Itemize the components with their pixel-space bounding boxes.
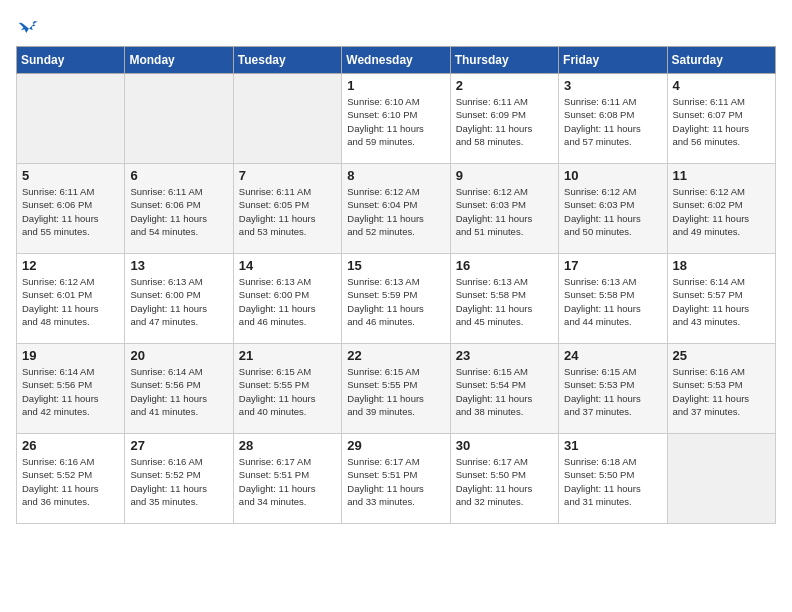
day-info: Sunrise: 6:16 AM Sunset: 5:53 PM Dayligh… <box>673 365 770 418</box>
day-number: 2 <box>456 78 553 93</box>
weekday-header-tuesday: Tuesday <box>233 47 341 74</box>
calendar-cell: 30Sunrise: 6:17 AM Sunset: 5:50 PM Dayli… <box>450 434 558 524</box>
weekday-header-friday: Friday <box>559 47 667 74</box>
day-info: Sunrise: 6:17 AM Sunset: 5:50 PM Dayligh… <box>456 455 553 508</box>
day-number: 19 <box>22 348 119 363</box>
day-number: 11 <box>673 168 770 183</box>
day-info: Sunrise: 6:16 AM Sunset: 5:52 PM Dayligh… <box>130 455 227 508</box>
week-row-4: 19Sunrise: 6:14 AM Sunset: 5:56 PM Dayli… <box>17 344 776 434</box>
day-number: 6 <box>130 168 227 183</box>
day-number: 28 <box>239 438 336 453</box>
day-info: Sunrise: 6:15 AM Sunset: 5:53 PM Dayligh… <box>564 365 661 418</box>
day-info: Sunrise: 6:11 AM Sunset: 6:06 PM Dayligh… <box>130 185 227 238</box>
day-info: Sunrise: 6:12 AM Sunset: 6:01 PM Dayligh… <box>22 275 119 328</box>
calendar-cell: 15Sunrise: 6:13 AM Sunset: 5:59 PM Dayli… <box>342 254 450 344</box>
day-number: 12 <box>22 258 119 273</box>
calendar-cell: 1Sunrise: 6:10 AM Sunset: 6:10 PM Daylig… <box>342 74 450 164</box>
day-info: Sunrise: 6:10 AM Sunset: 6:10 PM Dayligh… <box>347 95 444 148</box>
day-number: 9 <box>456 168 553 183</box>
day-number: 22 <box>347 348 444 363</box>
day-info: Sunrise: 6:11 AM Sunset: 6:09 PM Dayligh… <box>456 95 553 148</box>
calendar-cell: 18Sunrise: 6:14 AM Sunset: 5:57 PM Dayli… <box>667 254 775 344</box>
calendar-cell: 14Sunrise: 6:13 AM Sunset: 6:00 PM Dayli… <box>233 254 341 344</box>
calendar-cell: 4Sunrise: 6:11 AM Sunset: 6:07 PM Daylig… <box>667 74 775 164</box>
day-number: 29 <box>347 438 444 453</box>
day-number: 16 <box>456 258 553 273</box>
day-info: Sunrise: 6:11 AM Sunset: 6:08 PM Dayligh… <box>564 95 661 148</box>
calendar-cell: 3Sunrise: 6:11 AM Sunset: 6:08 PM Daylig… <box>559 74 667 164</box>
calendar-cell: 21Sunrise: 6:15 AM Sunset: 5:55 PM Dayli… <box>233 344 341 434</box>
calendar-cell: 31Sunrise: 6:18 AM Sunset: 5:50 PM Dayli… <box>559 434 667 524</box>
day-info: Sunrise: 6:12 AM Sunset: 6:04 PM Dayligh… <box>347 185 444 238</box>
calendar-cell: 13Sunrise: 6:13 AM Sunset: 6:00 PM Dayli… <box>125 254 233 344</box>
day-info: Sunrise: 6:16 AM Sunset: 5:52 PM Dayligh… <box>22 455 119 508</box>
day-info: Sunrise: 6:13 AM Sunset: 5:58 PM Dayligh… <box>456 275 553 328</box>
day-info: Sunrise: 6:13 AM Sunset: 6:00 PM Dayligh… <box>130 275 227 328</box>
day-info: Sunrise: 6:14 AM Sunset: 5:56 PM Dayligh… <box>130 365 227 418</box>
day-info: Sunrise: 6:15 AM Sunset: 5:55 PM Dayligh… <box>347 365 444 418</box>
day-number: 26 <box>22 438 119 453</box>
calendar-cell: 22Sunrise: 6:15 AM Sunset: 5:55 PM Dayli… <box>342 344 450 434</box>
calendar-cell: 24Sunrise: 6:15 AM Sunset: 5:53 PM Dayli… <box>559 344 667 434</box>
weekday-header-wednesday: Wednesday <box>342 47 450 74</box>
calendar-cell: 2Sunrise: 6:11 AM Sunset: 6:09 PM Daylig… <box>450 74 558 164</box>
day-number: 20 <box>130 348 227 363</box>
weekday-header-thursday: Thursday <box>450 47 558 74</box>
day-info: Sunrise: 6:14 AM Sunset: 5:56 PM Dayligh… <box>22 365 119 418</box>
calendar-cell: 16Sunrise: 6:13 AM Sunset: 5:58 PM Dayli… <box>450 254 558 344</box>
calendar-cell: 8Sunrise: 6:12 AM Sunset: 6:04 PM Daylig… <box>342 164 450 254</box>
day-info: Sunrise: 6:12 AM Sunset: 6:03 PM Dayligh… <box>564 185 661 238</box>
day-number: 27 <box>130 438 227 453</box>
calendar-cell: 27Sunrise: 6:16 AM Sunset: 5:52 PM Dayli… <box>125 434 233 524</box>
day-info: Sunrise: 6:11 AM Sunset: 6:06 PM Dayligh… <box>22 185 119 238</box>
calendar-cell: 9Sunrise: 6:12 AM Sunset: 6:03 PM Daylig… <box>450 164 558 254</box>
weekday-header-saturday: Saturday <box>667 47 775 74</box>
day-info: Sunrise: 6:17 AM Sunset: 5:51 PM Dayligh… <box>347 455 444 508</box>
calendar-cell: 12Sunrise: 6:12 AM Sunset: 6:01 PM Dayli… <box>17 254 125 344</box>
weekday-header-sunday: Sunday <box>17 47 125 74</box>
calendar-cell: 20Sunrise: 6:14 AM Sunset: 5:56 PM Dayli… <box>125 344 233 434</box>
day-info: Sunrise: 6:13 AM Sunset: 5:58 PM Dayligh… <box>564 275 661 328</box>
day-info: Sunrise: 6:13 AM Sunset: 5:59 PM Dayligh… <box>347 275 444 328</box>
calendar-cell: 29Sunrise: 6:17 AM Sunset: 5:51 PM Dayli… <box>342 434 450 524</box>
calendar-cell: 19Sunrise: 6:14 AM Sunset: 5:56 PM Dayli… <box>17 344 125 434</box>
header <box>16 16 776 38</box>
day-number: 7 <box>239 168 336 183</box>
day-number: 4 <box>673 78 770 93</box>
weekday-header-row: SundayMondayTuesdayWednesdayThursdayFrid… <box>17 47 776 74</box>
day-info: Sunrise: 6:18 AM Sunset: 5:50 PM Dayligh… <box>564 455 661 508</box>
day-info: Sunrise: 6:14 AM Sunset: 5:57 PM Dayligh… <box>673 275 770 328</box>
calendar-cell: 7Sunrise: 6:11 AM Sunset: 6:05 PM Daylig… <box>233 164 341 254</box>
day-number: 24 <box>564 348 661 363</box>
day-number: 10 <box>564 168 661 183</box>
logo <box>16 16 40 38</box>
day-number: 23 <box>456 348 553 363</box>
day-number: 3 <box>564 78 661 93</box>
week-row-1: 1Sunrise: 6:10 AM Sunset: 6:10 PM Daylig… <box>17 74 776 164</box>
calendar-cell: 5Sunrise: 6:11 AM Sunset: 6:06 PM Daylig… <box>17 164 125 254</box>
calendar-cell <box>233 74 341 164</box>
week-row-3: 12Sunrise: 6:12 AM Sunset: 6:01 PM Dayli… <box>17 254 776 344</box>
logo-bird-icon <box>18 16 40 38</box>
calendar-cell <box>125 74 233 164</box>
calendar-cell: 6Sunrise: 6:11 AM Sunset: 6:06 PM Daylig… <box>125 164 233 254</box>
calendar-cell: 26Sunrise: 6:16 AM Sunset: 5:52 PM Dayli… <box>17 434 125 524</box>
day-number: 13 <box>130 258 227 273</box>
week-row-5: 26Sunrise: 6:16 AM Sunset: 5:52 PM Dayli… <box>17 434 776 524</box>
day-info: Sunrise: 6:12 AM Sunset: 6:03 PM Dayligh… <box>456 185 553 238</box>
day-number: 5 <box>22 168 119 183</box>
day-info: Sunrise: 6:15 AM Sunset: 5:55 PM Dayligh… <box>239 365 336 418</box>
weekday-header-monday: Monday <box>125 47 233 74</box>
day-info: Sunrise: 6:11 AM Sunset: 6:07 PM Dayligh… <box>673 95 770 148</box>
calendar-cell <box>667 434 775 524</box>
day-info: Sunrise: 6:11 AM Sunset: 6:05 PM Dayligh… <box>239 185 336 238</box>
day-number: 15 <box>347 258 444 273</box>
day-number: 25 <box>673 348 770 363</box>
calendar-cell: 28Sunrise: 6:17 AM Sunset: 5:51 PM Dayli… <box>233 434 341 524</box>
day-number: 1 <box>347 78 444 93</box>
day-info: Sunrise: 6:15 AM Sunset: 5:54 PM Dayligh… <box>456 365 553 418</box>
calendar-table: SundayMondayTuesdayWednesdayThursdayFrid… <box>16 46 776 524</box>
day-number: 31 <box>564 438 661 453</box>
day-number: 18 <box>673 258 770 273</box>
day-number: 17 <box>564 258 661 273</box>
